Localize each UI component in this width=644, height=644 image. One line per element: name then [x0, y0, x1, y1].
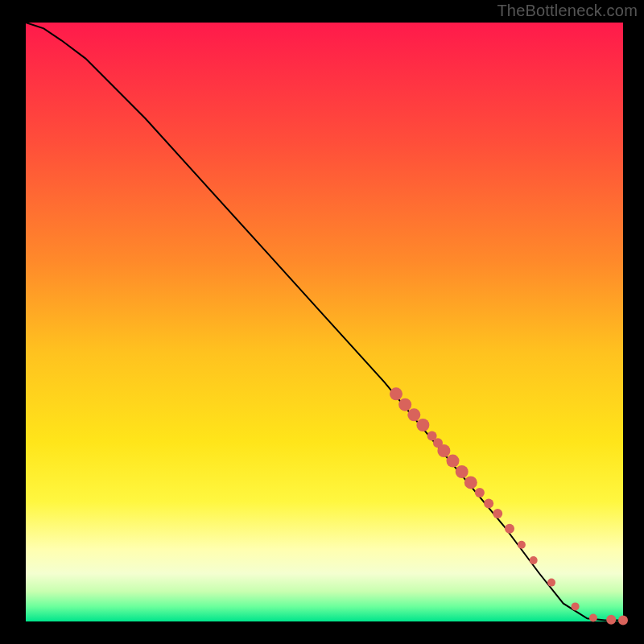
- scatter-dot: [518, 541, 526, 549]
- scatter-dot: [484, 498, 493, 508]
- scatter-dot: [464, 476, 477, 489]
- scatter-dot: [618, 616, 628, 625]
- scatter-dot: [493, 509, 502, 518]
- watermark-text: TheBottleneck.com: [497, 2, 638, 20]
- scatter-dot: [530, 556, 538, 564]
- scatter-dot: [416, 419, 429, 431]
- scatter-dot: [606, 615, 616, 625]
- scatter-dot: [456, 465, 469, 478]
- scatter-dot: [475, 488, 485, 497]
- plot-background: [26, 23, 623, 621]
- scatter-dot: [398, 398, 411, 411]
- chart-svg: [0, 0, 644, 644]
- scatter-dot: [447, 455, 460, 468]
- scatter-dot: [505, 524, 514, 534]
- chart-frame: { "watermark": "TheBottleneck.com", "col…: [0, 0, 644, 644]
- scatter-dot: [407, 408, 420, 421]
- scatter-dot: [572, 602, 580, 610]
- scatter-dot: [437, 444, 450, 457]
- scatter-dot: [547, 579, 555, 587]
- scatter-dot: [589, 614, 597, 622]
- scatter-dot: [390, 387, 402, 400]
